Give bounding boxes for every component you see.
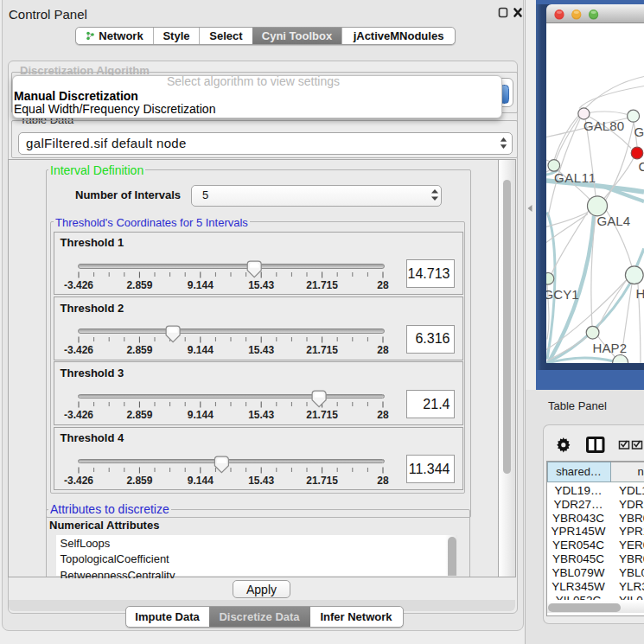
svg-text:GAL80: GAL80: [583, 118, 624, 132]
svg-text:H: H: [636, 285, 644, 300]
svg-text:C: C: [639, 159, 644, 174]
svg-text:GAL4: GAL4: [597, 214, 631, 228]
svg-text:GA: GA: [634, 124, 644, 139]
svg-text:HAP2: HAP2: [593, 340, 628, 354]
svg-text:GAL11: GAL11: [554, 169, 596, 184]
svg-text:GCY1: GCY1: [546, 286, 579, 301]
